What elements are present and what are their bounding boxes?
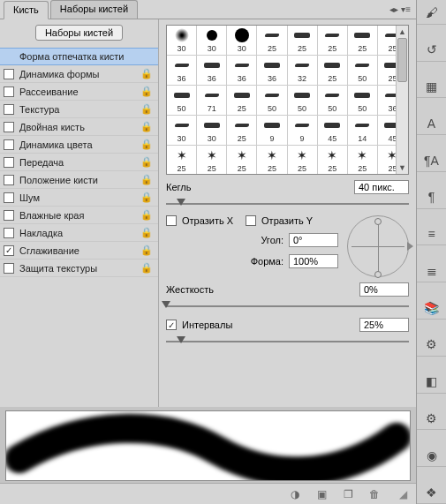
spacing-slider[interactable] <box>166 339 409 344</box>
toggle-preview-icon[interactable]: ◑ <box>288 487 302 501</box>
cube-dock-icon[interactable]: ◧ <box>417 374 446 394</box>
lock-icon[interactable]: 🔒 <box>140 68 153 79</box>
lock-icon[interactable]: 🔒 <box>140 227 153 238</box>
sidebar-item[interactable]: Накладка🔒 <box>0 224 158 242</box>
sidebar-item[interactable]: Защита текстуры🔒 <box>0 260 158 277</box>
sidebar-item[interactable]: Форма отпечатка кисти <box>0 48 158 65</box>
brush-tip-cell[interactable]: 32 <box>288 56 318 86</box>
brush-tip-cell[interactable]: 36 <box>227 56 257 86</box>
sidebar-checkbox[interactable] <box>4 175 14 185</box>
brush-tip-cell[interactable]: 30 <box>167 116 197 146</box>
sidebar-checkbox[interactable]: ✓ <box>4 245 14 256</box>
sidebar-checkbox[interactable] <box>4 122 14 132</box>
lock-icon[interactable]: 🔒 <box>140 103 153 115</box>
swatches-dock-icon[interactable]: ▦ <box>417 79 446 99</box>
lock-icon[interactable]: 🔒 <box>140 262 153 274</box>
history-dock-icon[interactable]: ↺ <box>417 42 446 62</box>
scroll-up-icon[interactable]: ▲ <box>397 26 408 38</box>
brush-tip-cell[interactable]: 50 <box>288 86 318 116</box>
create-doc-icon[interactable]: ❐ <box>341 487 355 501</box>
size-slider[interactable] <box>166 201 409 207</box>
brush-tip-cell[interactable]: 50 <box>318 86 348 116</box>
brush-tip-cell[interactable]: ✶25 <box>167 146 197 175</box>
brush-dock-icon[interactable]: 🖌 <box>417 5 446 25</box>
brush-tip-cell[interactable]: 36 <box>197 56 227 86</box>
sidebar-checkbox[interactable] <box>4 192 14 203</box>
brush-tip-cell[interactable]: ✶25 <box>348 146 378 175</box>
brush-tip-cell[interactable]: ✶25 <box>227 146 257 175</box>
brush-tip-cell[interactable]: 9 <box>288 116 318 146</box>
brush-tip-cell[interactable]: 25 <box>257 26 287 56</box>
flip-y-checkbox[interactable]: Отразить Y <box>246 215 313 226</box>
new-brush-icon[interactable]: ▣ <box>314 487 329 501</box>
angle-control[interactable] <box>347 215 409 277</box>
brush-tip-cell[interactable]: 45 <box>318 116 348 146</box>
sidebar-item[interactable]: Рассеивание🔒 <box>0 83 158 101</box>
size-input[interactable]: 40 пикс. <box>354 180 409 194</box>
sidebar-item[interactable]: Динамика цвета🔒 <box>0 136 158 154</box>
brush-presets-button[interactable]: Наборы кистей <box>35 25 123 41</box>
flip-x-checkbox[interactable]: Отразить X <box>166 215 233 226</box>
sidebar-item[interactable]: Влажные края🔒 <box>0 207 158 224</box>
library-dock-icon[interactable]: 📚 <box>417 300 446 320</box>
brush-tip-cell[interactable]: 36 <box>257 56 287 86</box>
sidebar-item[interactable]: Динамика формы🔒 <box>0 65 158 83</box>
collapse-icon[interactable]: ◂▸ <box>389 4 398 14</box>
brush-tip-grid[interactable]: 3030302525252525363636363225502550712550… <box>166 25 409 175</box>
lock-icon[interactable]: 🔒 <box>140 209 153 221</box>
roundness-input[interactable]: 100% <box>289 254 338 268</box>
lock-icon[interactable]: 🔒 <box>140 139 153 150</box>
sidebar-checkbox[interactable] <box>4 69 14 79</box>
sidebar-item[interactable]: ✓Сглаживание🔒 <box>0 242 158 260</box>
resize-grip-icon[interactable]: ◢ <box>399 488 407 500</box>
trash-icon[interactable]: 🗑 <box>367 487 382 501</box>
sidebar-checkbox[interactable] <box>4 210 14 221</box>
spacing-checkbox[interactable]: ✓ Интервалы <box>166 320 232 330</box>
brush-tip-cell[interactable]: 30 <box>197 26 227 56</box>
lock-icon[interactable]: 🔒 <box>140 156 153 168</box>
color-dock-icon[interactable]: ◉ <box>417 448 446 467</box>
lock-icon[interactable]: 🔒 <box>140 192 153 203</box>
scroll-thumb[interactable] <box>397 38 407 82</box>
sidebar-item[interactable]: Текстура🔒 <box>0 101 158 118</box>
sidebar-item[interactable]: Передача🔒 <box>0 154 158 171</box>
brush-tip-cell[interactable]: 25 <box>227 116 257 146</box>
sidebar-checkbox[interactable] <box>4 104 14 115</box>
brush-tip-cell[interactable]: 25 <box>288 26 318 56</box>
sidebar-item[interactable]: Положение кисти🔒 <box>0 171 158 189</box>
angle-arrow-icon[interactable] <box>407 242 413 251</box>
character-dock-icon[interactable]: ¶A <box>417 153 446 172</box>
sidebar-checkbox[interactable] <box>4 139 14 150</box>
lock-icon[interactable]: 🔒 <box>140 121 153 132</box>
brush-tip-cell[interactable]: 25 <box>318 56 348 86</box>
sidebar-item[interactable]: Двойная кисть🔒 <box>0 118 158 136</box>
brush-tip-cell[interactable]: 50 <box>167 86 197 116</box>
brush-tip-cell[interactable]: 30 <box>197 116 227 146</box>
spacing-input[interactable]: 25% <box>359 318 409 332</box>
brush-tip-cell[interactable]: 14 <box>348 116 378 146</box>
angle-input[interactable]: 0° <box>289 233 338 247</box>
brush-tip-cell[interactable]: 50 <box>348 56 378 86</box>
sidebar-checkbox[interactable] <box>4 157 14 168</box>
brush-tip-cell[interactable]: ✶25 <box>318 146 348 175</box>
brush-tip-cell[interactable]: 30 <box>227 26 257 56</box>
brush-tip-cell[interactable]: ✶25 <box>288 146 318 175</box>
hardness-slider[interactable] <box>166 304 409 309</box>
brush-tip-cell[interactable]: ✶25 <box>257 146 287 175</box>
hardness-input[interactable]: 0% <box>359 282 409 297</box>
lock-icon[interactable]: 🔒 <box>140 174 153 185</box>
scroll-down-icon[interactable]: ▼ <box>397 162 408 174</box>
tab-brush[interactable]: Кисть <box>4 1 49 19</box>
lock-icon[interactable]: 🔒 <box>140 244 153 256</box>
brush-tip-cell[interactable]: 71 <box>197 86 227 116</box>
sidebar-checkbox[interactable] <box>4 228 14 238</box>
layers-dock-icon[interactable]: ❖ <box>417 485 446 504</box>
brush-tip-cell[interactable]: 25 <box>348 26 378 56</box>
brush-tip-cell[interactable]: 36 <box>167 56 197 86</box>
gear-dock-icon[interactable]: ⚙ <box>417 411 446 431</box>
type-dock-icon[interactable]: A <box>417 116 446 135</box>
panel-menu-icon[interactable]: ▾≡ <box>401 4 411 14</box>
align-dock-icon[interactable]: ≣ <box>417 263 446 282</box>
brush-tip-cell[interactable]: 50 <box>257 86 287 116</box>
sidebar-checkbox[interactable] <box>4 87 14 97</box>
